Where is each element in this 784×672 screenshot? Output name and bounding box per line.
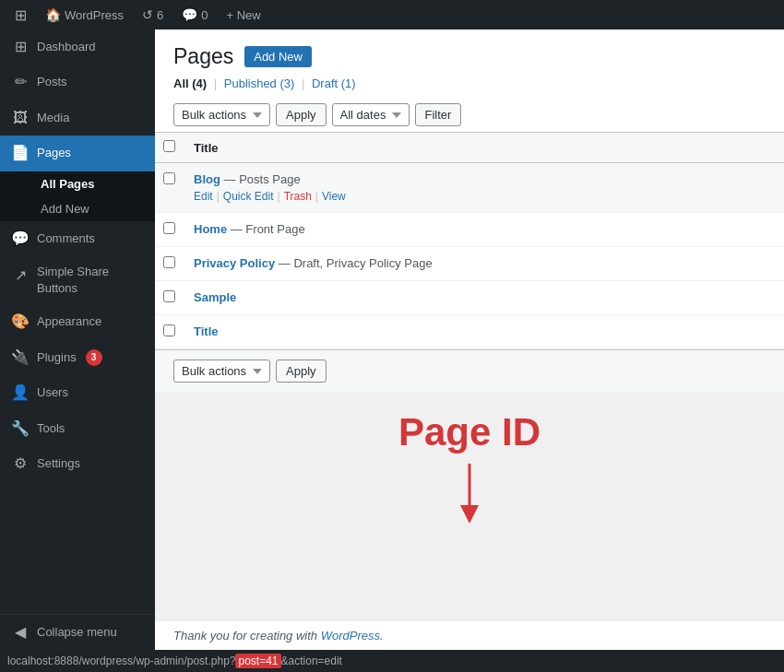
page-link-title[interactable]: Title bbox=[194, 324, 219, 338]
simple-share-icon: ↗ bbox=[11, 265, 30, 286]
sidebar-sub-all-pages[interactable]: All Pages bbox=[30, 171, 155, 196]
site-name-link[interactable]: 🏠 WordPress bbox=[38, 0, 131, 29]
settings-icon: ⚙ bbox=[11, 454, 30, 474]
quick-edit-link-blog[interactable]: Quick Edit bbox=[223, 190, 274, 203]
page-id-label: Page ID bbox=[173, 410, 766, 454]
top-table-controls: Bulk actions Apply All dates Filter bbox=[155, 98, 784, 132]
collapse-icon: ◀ bbox=[11, 622, 30, 643]
sidebar-item-settings[interactable]: ⚙ Settings bbox=[0, 446, 155, 481]
sidebar-item-plugins[interactable]: 🔌 Plugins 3 bbox=[0, 340, 155, 375]
wp-logo-link[interactable]: ⊞ bbox=[7, 0, 34, 29]
bulk-actions-select-bottom[interactable]: Bulk actions bbox=[173, 360, 270, 383]
tools-icon: 🔧 bbox=[11, 419, 30, 439]
media-icon: 🖼 bbox=[11, 108, 30, 128]
sidebar-item-posts[interactable]: ✏ Posts bbox=[0, 65, 155, 100]
row-title-cell: Home — Front Page bbox=[183, 213, 784, 247]
pages-submenu: All Pages Add New bbox=[0, 171, 155, 221]
home-icon: 🏠 bbox=[45, 7, 61, 22]
updates-link[interactable]: ↺ 6 bbox=[135, 0, 171, 29]
top-bar: ⊞ 🏠 WordPress ↺ 6 💬 0 + New bbox=[0, 0, 784, 29]
row-checkbox[interactable] bbox=[163, 222, 175, 234]
sidebar-item-label: Pages bbox=[37, 145, 71, 161]
sidebar-item-label: Appearance bbox=[37, 313, 101, 330]
plugins-icon: 🔌 bbox=[11, 348, 30, 368]
row-checkbox[interactable] bbox=[163, 290, 175, 302]
annotation-area: Page ID bbox=[155, 392, 784, 621]
sidebar: ⊞ Dashboard ✏ Posts 🖼 Media 📄 Pages All … bbox=[0, 29, 155, 650]
row-title-cell: Blog — Posts Page Edit | Quick Edit | Tr… bbox=[183, 163, 784, 213]
row-checkbox-cell bbox=[155, 281, 183, 315]
posts-icon: ✏ bbox=[11, 72, 30, 92]
users-icon: 👤 bbox=[11, 383, 30, 403]
edit-link-blog[interactable]: Edit bbox=[194, 190, 213, 203]
sidebar-item-dashboard[interactable]: ⊞ Dashboard bbox=[0, 29, 155, 65]
dashboard-icon: ⊞ bbox=[11, 37, 30, 57]
all-dates-select[interactable]: All dates bbox=[332, 103, 410, 126]
url-bar: localhost:8888/wordpress/wp-admin/post.p… bbox=[7, 654, 342, 668]
sidebar-item-users[interactable]: 👤 Users bbox=[0, 375, 155, 410]
appearance-icon: 🎨 bbox=[11, 312, 30, 332]
url-post-id: post=41 bbox=[235, 654, 280, 668]
page-link-home[interactable]: Home bbox=[194, 222, 227, 236]
arrow-container bbox=[173, 464, 766, 528]
sidebar-item-comments[interactable]: 💬 Comments bbox=[0, 221, 155, 256]
sidebar-item-label: Users bbox=[37, 384, 68, 401]
comment-icon: 💬 bbox=[182, 7, 197, 22]
table-row: Blog — Posts Page Edit | Quick Edit | Tr… bbox=[155, 163, 784, 213]
collapse-menu[interactable]: ◀ Collapse menu bbox=[0, 614, 155, 650]
sidebar-item-appearance[interactable]: 🎨 Appearance bbox=[0, 304, 155, 339]
select-all-checkbox[interactable] bbox=[163, 140, 175, 152]
row-checkbox-cell bbox=[155, 213, 183, 247]
new-label: + New bbox=[227, 8, 261, 22]
title-column-header: Title bbox=[183, 133, 784, 163]
sidebar-item-label: Simple Share Buttons bbox=[37, 264, 144, 297]
comments-icon: 💬 bbox=[11, 229, 30, 249]
row-title-cell: Privacy Policy — Draft, Privacy Policy P… bbox=[183, 247, 784, 281]
page-link-privacy[interactable]: Privacy Policy bbox=[194, 256, 275, 270]
filter-published[interactable]: Published (3) bbox=[224, 77, 295, 90]
sidebar-item-media[interactable]: 🖼 Media bbox=[0, 100, 155, 136]
page-link-sample[interactable]: Sample bbox=[194, 290, 236, 304]
new-content-link[interactable]: + New bbox=[220, 0, 268, 29]
sidebar-item-label: Media bbox=[37, 110, 69, 126]
apply-button-top[interactable]: Apply bbox=[276, 103, 327, 126]
footer-text: Thank you for creating with WordPress. bbox=[155, 621, 784, 650]
sidebar-item-label: Settings bbox=[37, 455, 80, 472]
apply-button-bottom[interactable]: Apply bbox=[276, 360, 327, 383]
comments-link[interactable]: 💬 0 bbox=[174, 0, 215, 29]
refresh-icon: ↺ bbox=[142, 7, 153, 22]
row-checkbox[interactable] bbox=[163, 172, 175, 184]
content-header: Pages Add New bbox=[155, 29, 784, 77]
page-link-blog[interactable]: Blog bbox=[194, 172, 220, 186]
filter-button[interactable]: Filter bbox=[415, 103, 462, 126]
page-title: Pages bbox=[173, 44, 233, 69]
wordpress-link[interactable]: WordPress bbox=[321, 629, 380, 643]
sidebar-item-label: Posts bbox=[37, 74, 67, 90]
sidebar-sub-add-new[interactable]: Add New bbox=[30, 196, 155, 221]
filter-all[interactable]: All (4) bbox=[173, 77, 207, 90]
row-checkbox[interactable] bbox=[163, 256, 175, 268]
refresh-count: 6 bbox=[157, 8, 163, 22]
filter-draft[interactable]: Draft (1) bbox=[312, 77, 356, 90]
sidebar-item-label: Tools bbox=[37, 420, 65, 437]
view-link-blog[interactable]: View bbox=[322, 190, 346, 203]
row-title-cell: Sample bbox=[183, 281, 784, 315]
content-area: Pages Add New All (4) | Published (3) | … bbox=[155, 29, 784, 650]
sidebar-item-pages[interactable]: 📄 Pages bbox=[0, 136, 155, 171]
comment-count: 0 bbox=[201, 8, 208, 22]
sidebar-item-simple-share[interactable]: ↗ Simple Share Buttons bbox=[0, 256, 155, 304]
sidebar-item-tools[interactable]: 🔧 Tools bbox=[0, 411, 155, 446]
svg-marker-1 bbox=[460, 505, 479, 524]
row-title-cell: Title bbox=[183, 315, 784, 349]
url-after: &action=edit bbox=[281, 654, 342, 667]
trash-link-blog[interactable]: Trash bbox=[284, 190, 312, 203]
row-checkbox-cell bbox=[155, 163, 183, 213]
page-meta-privacy: — Draft, Privacy Policy Page bbox=[279, 256, 433, 270]
bulk-actions-select-top[interactable]: Bulk actions bbox=[173, 103, 270, 126]
add-new-button[interactable]: Add New bbox=[244, 46, 312, 67]
row-checkbox[interactable] bbox=[163, 324, 175, 336]
table-row: Privacy Policy — Draft, Privacy Policy P… bbox=[155, 247, 784, 281]
pages-icon: 📄 bbox=[11, 143, 30, 163]
select-all-header bbox=[155, 133, 183, 163]
site-name: WordPress bbox=[65, 8, 124, 22]
